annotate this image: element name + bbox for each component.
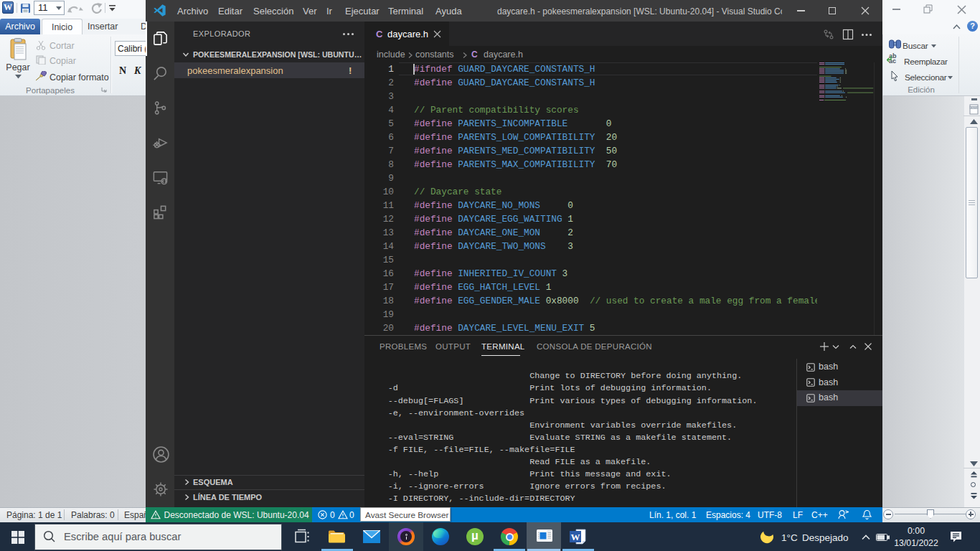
svg-text:W: W <box>571 532 580 542</box>
